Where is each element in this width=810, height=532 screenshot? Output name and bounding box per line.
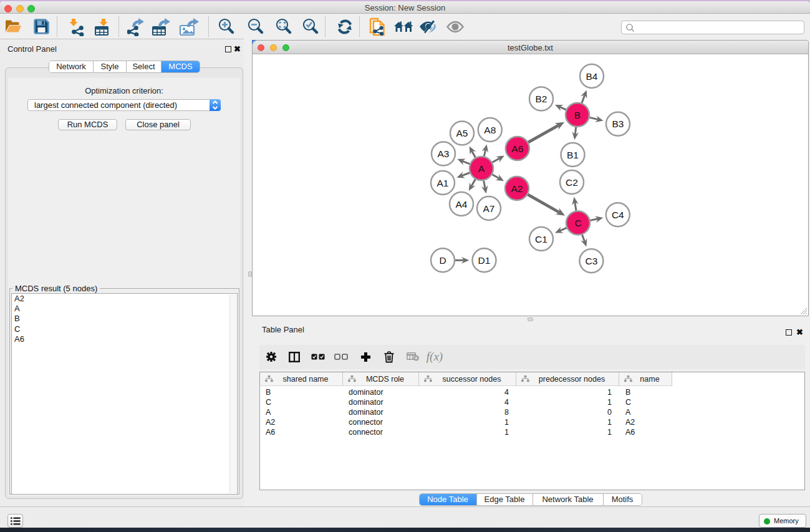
svg-text:A: A [478,163,485,174]
svg-text:D: D [439,255,446,266]
svg-text:C: C [574,218,581,228]
svg-text:C2: C2 [566,177,578,188]
svg-text:A1: A1 [437,178,449,188]
svg-text:B: B [574,110,581,120]
svg-text:C4: C4 [612,210,624,220]
svg-text:A2: A2 [511,183,523,194]
svg-text:C3: C3 [585,256,597,266]
svg-text:B4: B4 [586,71,598,82]
svg-text:B3: B3 [612,118,624,129]
svg-text:C1: C1 [535,234,547,244]
svg-text:A4: A4 [456,199,468,210]
svg-text:B2: B2 [536,94,547,104]
svg-text:A7: A7 [483,203,495,214]
svg-text:A8: A8 [484,125,496,135]
svg-text:A6: A6 [511,143,523,154]
svg-text:D1: D1 [478,255,491,266]
svg-text:A5: A5 [456,128,468,138]
svg-text:B1: B1 [567,150,579,160]
svg-text:A3: A3 [438,148,450,159]
